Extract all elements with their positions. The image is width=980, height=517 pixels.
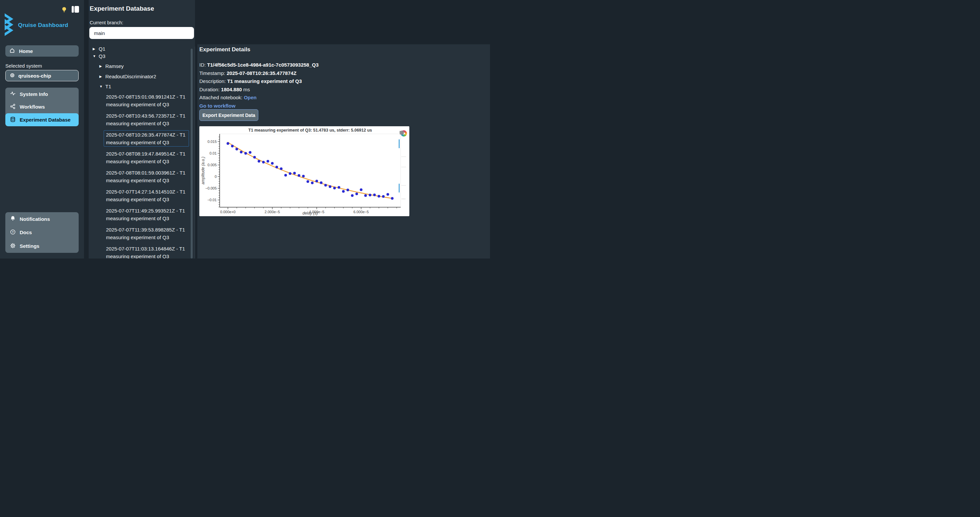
lightbulb-icon[interactable] xyxy=(60,5,68,13)
chevron-right-icon[interactable]: ▶ xyxy=(93,47,96,51)
chart-canvas[interactable]: 0.000e+02.000e−54.000e−56.000e−50.0150.0… xyxy=(199,126,409,216)
nav-item-experiment-database[interactable]: Experiment Database xyxy=(5,113,79,126)
details-top-gap xyxy=(195,0,490,44)
experiment-item[interactable]: 2025-07-08T08:19:47.849514Z - T1 measuri… xyxy=(103,149,189,166)
detail-row-duration: Duration: 1804.880 ms xyxy=(199,86,319,94)
modebar-active-indicator xyxy=(399,184,400,192)
chip-icon xyxy=(10,73,15,79)
detail-row-notebook: Attached notebook: Open xyxy=(199,94,319,102)
tree-node-ramsey[interactable]: ▶ Ramsey xyxy=(99,63,124,69)
experiment-item[interactable]: 2025-07-07T14:27:14.514510Z - T1 measuri… xyxy=(103,187,189,203)
tree-node-readoutdiscriminator2[interactable]: ▶ ReadoutDiscriminator2 xyxy=(99,74,156,79)
more-options-icon[interactable]: … xyxy=(401,195,406,200)
reset-axes-icon[interactable] xyxy=(400,176,407,184)
export-experiment-data-button[interactable]: Export Experiment Data xyxy=(199,109,258,121)
chevron-right-icon[interactable]: ▶ xyxy=(99,65,103,68)
database-icon xyxy=(10,117,16,123)
chevron-down-icon[interactable]: ▼ xyxy=(99,85,103,88)
download-icon[interactable] xyxy=(400,168,407,176)
explorer-details-divider xyxy=(195,44,197,258)
nav-item-settings[interactable]: Settings xyxy=(5,239,79,253)
logo: Qruise Dashboard xyxy=(5,13,68,37)
tree-node-q1[interactable]: ▶ Q1 xyxy=(93,46,105,52)
panel-toggle-icon[interactable] xyxy=(72,5,80,13)
activity-icon xyxy=(10,90,16,97)
svg-text:0.015: 0.015 xyxy=(207,140,217,144)
modebar-divider xyxy=(401,167,406,167)
system-selector-label: qruiseos-chip xyxy=(18,73,51,79)
zoom-in-out-icon[interactable] xyxy=(400,158,407,166)
experiment-item[interactable]: 2025-07-08T10:43:56.723571Z - T1 measuri… xyxy=(103,111,189,128)
explorer-panel: Experiment Database Current branch: ▶ Q1… xyxy=(89,0,195,258)
modebar-active-indicator xyxy=(399,139,400,148)
svg-text:amplitude (a.u.): amplitude (a.u.) xyxy=(200,157,205,184)
modebar-divider xyxy=(401,185,406,186)
modebar-divider xyxy=(401,157,406,157)
home-icon xyxy=(10,48,15,54)
tree-node-t1[interactable]: ▼ T1 xyxy=(99,84,111,89)
svg-text:0: 0 xyxy=(215,174,217,179)
branch-label: Current branch: xyxy=(90,20,123,25)
hover-options-icon[interactable] xyxy=(400,187,407,194)
experiment-list: 2025-07-08T15:01:08.991241Z - T1 measuri… xyxy=(103,92,189,258)
experiment-item[interactable]: 2025-07-07T11:49:25.993521Z - T1 measuri… xyxy=(103,206,189,222)
sidebar: Qruise Dashboard Home Selected system qr… xyxy=(0,0,84,258)
logo-icon xyxy=(5,13,16,37)
system-selector[interactable]: qruiseos-chip xyxy=(5,70,79,81)
footer-nav: Notifications ? Docs xyxy=(5,212,79,253)
experiment-item[interactable]: 2025-07-07T11:03:13.164846Z - T1 measuri… xyxy=(103,244,189,258)
detail-row-description: Description: T1 measuring experiment of … xyxy=(199,77,319,86)
detail-row-id: ID: T1/4f56c5d5-1ce8-4984-a91c-7c0573093… xyxy=(199,61,319,69)
go-to-workflow-link[interactable]: Go to workflow xyxy=(199,103,235,109)
svg-text:2.000e−5: 2.000e−5 xyxy=(265,210,280,214)
svg-text:0.005: 0.005 xyxy=(207,163,217,167)
sidebar-divider xyxy=(84,0,89,258)
gear-icon xyxy=(10,243,16,249)
svg-text:−0.005: −0.005 xyxy=(205,186,217,190)
nav-item-system-info[interactable]: System Info xyxy=(5,87,79,101)
plot-card: 0.000e+02.000e−54.000e−56.000e−50.0150.0… xyxy=(199,126,409,216)
page-title: Experiment Database xyxy=(90,5,154,12)
experiment-item[interactable]: 2025-07-08T15:01:08.991241Z - T1 measuri… xyxy=(103,92,189,109)
chevron-down-icon[interactable]: ▼ xyxy=(93,55,96,58)
details-heading: Experiment Details xyxy=(199,46,250,53)
explorer-right-border xyxy=(195,47,195,258)
home-button[interactable]: Home xyxy=(5,45,79,57)
svg-text:6.000e−5: 6.000e−5 xyxy=(353,210,369,214)
experiment-item[interactable]: 2025-07-08T08:01:59.003961Z - T1 measuri… xyxy=(103,168,189,184)
svg-text:0.000e+0: 0.000e+0 xyxy=(220,210,235,214)
plot-modebar: … xyxy=(399,130,408,200)
detail-row-timestamp: Timestamp: 2025-07-08T10:26:35.477874Z xyxy=(199,69,319,78)
tree-scrollbar[interactable] xyxy=(191,49,192,258)
help-icon: ? xyxy=(10,229,16,236)
svg-text:0.01: 0.01 xyxy=(210,151,217,155)
primary-nav: System Info Workflows xyxy=(5,87,79,126)
logo-text: Qruise Dashboard xyxy=(18,22,68,29)
svg-text:delay (s): delay (s) xyxy=(302,211,318,216)
chevron-right-icon[interactable]: ▶ xyxy=(99,75,103,78)
experiment-item[interactable]: 2025-07-07T11:39:53.898285Z - T1 measuri… xyxy=(103,225,189,241)
svg-text:T1 measuring experiment of Q3:: T1 measuring experiment of Q3: 51.4783 u… xyxy=(248,128,372,133)
nav-item-workflows[interactable]: Workflows xyxy=(5,101,79,114)
details-rows: ID: T1/4f56c5d5-1ce8-4984-a91c-7c0573093… xyxy=(199,61,319,110)
experiment-item[interactable]: 2025-07-08T10:26:35.477874Z - T1 measuri… xyxy=(103,130,189,147)
detail-row-workflow: Go to workflow xyxy=(199,102,319,110)
svg-text:−0.01: −0.01 xyxy=(207,198,217,202)
nav-item-notifications[interactable]: Notifications xyxy=(5,212,79,226)
workflow-icon xyxy=(10,104,16,110)
svg-text:?: ? xyxy=(12,230,14,234)
pan-icon[interactable] xyxy=(400,140,407,147)
open-notebook-link[interactable]: Open xyxy=(243,95,256,100)
tree-node-q3[interactable]: ▼ Q3 xyxy=(93,53,105,59)
selected-system-label: Selected system xyxy=(5,63,42,69)
branch-input[interactable] xyxy=(89,27,194,39)
sidebar-toolbar xyxy=(60,5,80,13)
bell-icon xyxy=(10,216,16,222)
box-zoom-icon[interactable] xyxy=(400,148,407,155)
nav-item-docs[interactable]: ? Docs xyxy=(5,226,79,239)
details-panel: Experiment Details ID: T1/4f56c5d5-1ce8-… xyxy=(197,44,490,258)
